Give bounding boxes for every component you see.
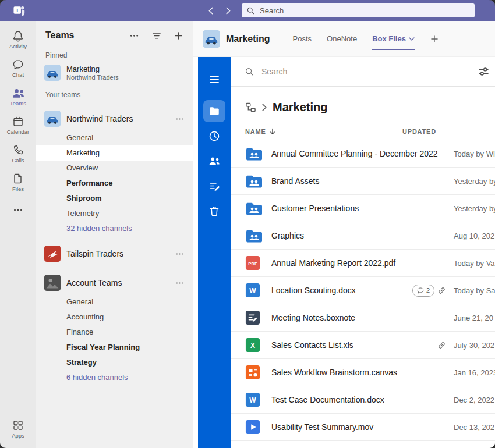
channel-item[interactable]: Overview [36, 161, 193, 176]
rail-item-calendar[interactable]: Calendar [0, 111, 36, 140]
rail-item-activity[interactable]: Activity [0, 26, 36, 54]
pinned-channel-marketing[interactable]: Marketing Northwind Traders [36, 62, 193, 84]
box-nav-collaborations[interactable] [203, 150, 225, 172]
canvas-file-icon [245, 365, 263, 380]
forward-icon[interactable] [226, 7, 231, 15]
file-row[interactable]: WTest Case Documentation.docxDec 2, 2022 [231, 386, 495, 414]
svg-text:X: X [250, 342, 255, 350]
search-input[interactable] [259, 6, 469, 16]
app-rail: Activity Chat Teams Calendar Calls Files [0, 21, 36, 448]
svg-text:PDF: PDF [248, 261, 257, 266]
column-name-header[interactable]: NAME [245, 128, 275, 135]
channel-item[interactable]: Strategy [36, 355, 193, 370]
folder-file-icon [245, 201, 263, 216]
file-updated: June 21, 20 [454, 314, 493, 322]
tab-box-files[interactable]: Box Files [365, 21, 422, 56]
file-updated: July 30, 202 [454, 341, 494, 350]
file-row[interactable]: Meeting Notes.boxnoteJune 21, 20 [231, 304, 495, 332]
teams-window: T Activity Chat Teams [0, 0, 495, 448]
team-row-tailspin[interactable]: Tailspin Traders [36, 242, 193, 265]
calendar-icon [12, 116, 24, 127]
file-row[interactable]: Usability Test Summary.movDec 13, 202 [231, 414, 495, 441]
top-bar: T [0, 0, 495, 21]
file-name: Sales Workflow Brainstorm.canvas [271, 368, 397, 377]
channel-item[interactable]: Finance [36, 325, 193, 340]
file-row[interactable]: Sales Workflow Brainstorm.canvasJan 16, … [231, 359, 495, 386]
file-updated: Jan 16, 2023 [454, 368, 495, 377]
box-nav-recents[interactable] [203, 125, 225, 147]
file-row[interactable]: PDFAnnual Marketing Report 2022.pdfToday… [231, 250, 495, 277]
word-file-icon: W [245, 392, 263, 407]
tab-onenote[interactable]: OneNote [319, 21, 365, 56]
box-menu-button[interactable] [203, 69, 225, 91]
team-row-northwind[interactable]: Northwind Traders [36, 107, 193, 130]
folder-tree-icon[interactable] [245, 102, 256, 113]
team-row-account-teams[interactable]: Account Teams [36, 271, 193, 294]
pinned-channel-team: Northwind Traders [66, 74, 119, 81]
rail-label: Calls [12, 158, 24, 163]
team-more-icon[interactable] [175, 115, 184, 123]
box-nav-files[interactable] [203, 100, 225, 122]
box-nav-notes[interactable] [203, 175, 225, 197]
channel-item[interactable]: Accounting [36, 310, 193, 325]
box-nav-trash[interactable] [203, 200, 225, 222]
file-row[interactable]: Customer PresentationsYesterday by [231, 195, 495, 222]
chat-icon [12, 59, 24, 70]
teams-panel: Teams Pinned Marketing Northwind Traders… [36, 21, 193, 448]
team-more-icon[interactable] [175, 279, 184, 287]
menu-icon [208, 74, 220, 86]
filter-icon[interactable] [152, 32, 161, 40]
channel-item[interactable]: Performance [36, 176, 193, 191]
channel-title: Marketing [226, 34, 270, 44]
search-icon [245, 67, 254, 76]
channel-item[interactable]: Shiproom [36, 191, 193, 206]
more-options-icon[interactable] [129, 31, 139, 41]
search-icon [247, 7, 254, 15]
teams-logo-icon: T [13, 4, 26, 17]
pinned-section-label: Pinned [36, 44, 193, 62]
file-row[interactable]: Brand AssetsYesterday by [231, 168, 495, 195]
file-row[interactable]: Annual Committee Planning - December 202… [231, 140, 495, 168]
rail-item-files[interactable]: Files [0, 168, 36, 197]
file-row[interactable]: WLocation Scouting.docx2Today by Sa [231, 277, 495, 304]
hidden-channels-link[interactable]: 32 hidden channels [36, 221, 193, 236]
shared-link-icon[interactable] [437, 341, 446, 350]
rail-item-chat[interactable]: Chat [0, 54, 36, 83]
team-more-icon[interactable] [175, 250, 184, 258]
more-icon [12, 204, 24, 216]
sort-descending-icon [270, 128, 275, 135]
chevron-right-icon [262, 104, 267, 111]
tab-posts[interactable]: Posts [285, 21, 320, 56]
comment-count-badge[interactable]: 2 [412, 285, 434, 297]
channel-item[interactable]: Marketing [36, 145, 193, 161]
hidden-channels-link[interactable]: 6 hidden channels [36, 370, 193, 385]
file-name: Brand Assets [271, 176, 320, 186]
channel-item[interactable]: General [36, 130, 193, 145]
column-updated-header[interactable]: UPDATED [402, 128, 436, 135]
rail-item-apps[interactable]: Apps [0, 415, 36, 443]
file-name: Test Case Documentation.docx [271, 395, 384, 404]
channel-item[interactable]: General [36, 294, 193, 310]
rail-item-teams[interactable]: Teams [0, 83, 36, 111]
file-row[interactable]: XSales Contacts List.xlsJuly 30, 202 [231, 332, 495, 359]
channel-item[interactable]: Fiscal Year Planning [36, 340, 193, 355]
file-name: Location Scouting.docx [271, 286, 356, 295]
shared-link-icon[interactable] [437, 286, 446, 295]
rail-label: Teams [10, 101, 26, 106]
team-avatar [44, 111, 61, 127]
box-sidebar [198, 57, 231, 448]
add-tab-button[interactable] [422, 21, 447, 56]
rail-item-more[interactable] [0, 197, 36, 225]
back-icon[interactable] [208, 7, 213, 15]
filter-sliders-icon[interactable] [478, 67, 489, 76]
pinned-channel-texts: Marketing Northwind Traders [66, 65, 119, 81]
rail-label: Chat [12, 72, 24, 78]
channel-item[interactable]: Telemetry [36, 206, 193, 221]
word-file-icon: W [245, 283, 263, 298]
file-list: Annual Committee Planning - December 202… [231, 140, 495, 448]
file-row[interactable]: GraphicsAug 10, 202 [231, 222, 495, 250]
rail-item-calls[interactable]: Calls [0, 140, 36, 168]
box-search-input[interactable] [260, 66, 472, 77]
file-name: Sales Contacts List.xls [271, 340, 353, 350]
add-team-icon[interactable] [174, 31, 183, 40]
